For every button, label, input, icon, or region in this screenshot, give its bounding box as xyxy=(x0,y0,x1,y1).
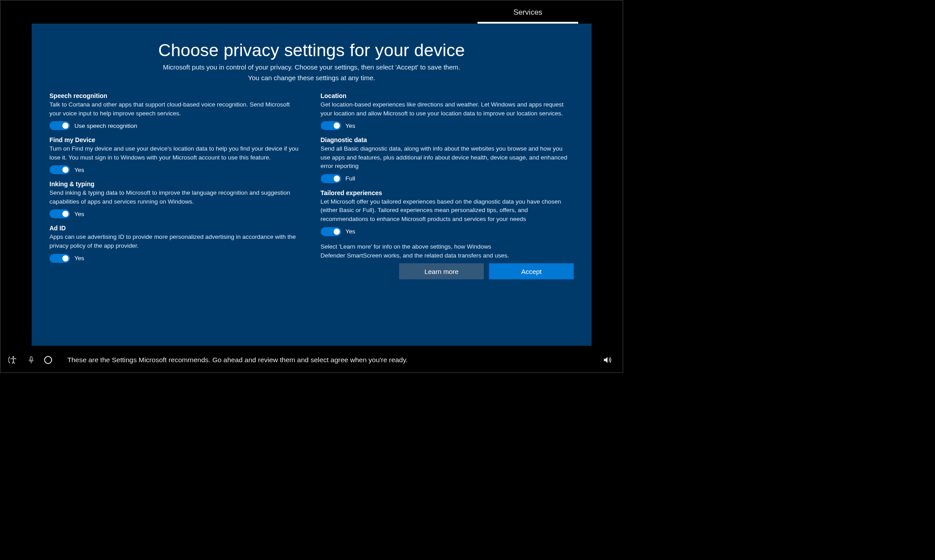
setting-inking-toggle[interactable] xyxy=(49,209,70,218)
setting-speech-desc: Talk to Cortana and other apps that supp… xyxy=(49,100,303,118)
setting-adid-toggle-label: Yes xyxy=(74,255,84,262)
setting-inking-toggle-label: Yes xyxy=(74,211,84,217)
microphone-icon[interactable] xyxy=(26,355,36,365)
setting-inking-typing: Inking & typing Send inking & typing dat… xyxy=(49,180,303,218)
setting-location-title: Location xyxy=(321,92,574,99)
page-subtitle: Microsoft puts you in control of your pr… xyxy=(49,62,574,83)
setting-tailored-experiences: Tailored experiences Let Microsoft offer… xyxy=(321,189,574,236)
setting-diagnostic-data: Diagnostic data Send all Basic diagnosti… xyxy=(321,136,574,183)
setting-find-my-device: Find my Device Turn on Find my device an… xyxy=(49,136,303,174)
accessibility-icon[interactable] xyxy=(8,355,18,365)
setting-ad-id: Ad ID Apps can use advertising ID to pro… xyxy=(49,225,303,262)
setting-adid-title: Ad ID xyxy=(49,225,303,232)
settings-col-right: Location Get location-based experiences … xyxy=(321,92,574,279)
svg-rect-1 xyxy=(30,357,33,361)
setting-speech-toggle[interactable] xyxy=(49,121,70,130)
setting-tailored-toggle[interactable] xyxy=(321,227,341,236)
setting-adid-toggle[interactable] xyxy=(49,254,70,263)
setting-diag-title: Diagnostic data xyxy=(321,136,574,143)
setting-adid-desc: Apps can use advertising ID to provide m… xyxy=(49,233,303,250)
setting-diag-desc: Send all Basic diagnostic data, along wi… xyxy=(321,144,574,171)
page-title: Choose privacy settings for your device xyxy=(49,41,574,60)
button-row: Learn more Accept xyxy=(321,263,574,279)
setting-find-toggle-label: Yes xyxy=(74,167,84,173)
setting-find-title: Find my Device xyxy=(49,136,303,143)
setting-location-toggle-label: Yes xyxy=(346,123,355,129)
cortana-icon[interactable] xyxy=(44,356,52,364)
setting-inking-desc: Send inking & typing data to Microsoft t… xyxy=(49,188,303,206)
privacy-panel: Choose privacy settings for your device … xyxy=(32,24,592,346)
accept-button[interactable]: Accept xyxy=(489,263,574,279)
setting-diag-toggle[interactable] xyxy=(321,174,341,183)
narration-text: These are the Settings Microsoft recomme… xyxy=(59,356,595,364)
setting-tailored-title: Tailored experiences xyxy=(321,189,574,196)
setting-location: Location Get location-based experiences … xyxy=(321,92,574,130)
learn-more-note: Select 'Learn more' for info on the abov… xyxy=(321,242,574,261)
setting-speech: Speech recognition Talk to Cortana and o… xyxy=(49,92,303,130)
setting-find-toggle[interactable] xyxy=(49,165,70,174)
setting-tailored-toggle-label: Yes xyxy=(346,228,355,235)
settings-columns: Speech recognition Talk to Cortana and o… xyxy=(49,92,574,279)
learn-more-button[interactable]: Learn more xyxy=(399,263,484,279)
bottom-bar: These are the Settings Microsoft recomme… xyxy=(0,347,623,372)
settings-col-left: Speech recognition Talk to Cortana and o… xyxy=(49,92,303,279)
svg-point-0 xyxy=(12,356,14,358)
setting-location-toggle[interactable] xyxy=(321,121,341,130)
bottom-left-icons xyxy=(8,355,52,365)
setting-diag-toggle-label: Full xyxy=(346,175,355,182)
learn-more-note-line-2: Defender SmartScreen works, and the rela… xyxy=(321,252,509,259)
setting-speech-toggle-label: Use speech recognition xyxy=(74,123,137,129)
learn-more-note-line-1: Select 'Learn more' for info on the abov… xyxy=(321,243,491,250)
setting-location-desc: Get location-based experiences like dire… xyxy=(321,100,574,118)
setting-find-desc: Turn on Find my device and use your devi… xyxy=(49,144,303,162)
oobe-screen: Services Choose privacy settings for you… xyxy=(0,0,623,373)
setting-inking-title: Inking & typing xyxy=(49,180,303,188)
subtitle-line-2: You can change these settings at any tim… xyxy=(248,74,375,82)
volume-icon[interactable] xyxy=(602,355,612,365)
tab-bar: Services xyxy=(0,0,623,24)
setting-tailored-desc: Let Microsoft offer you tailored experie… xyxy=(321,197,574,224)
tab-services[interactable]: Services xyxy=(478,3,578,24)
subtitle-line-1: Microsoft puts you in control of your pr… xyxy=(163,63,460,71)
setting-speech-title: Speech recognition xyxy=(49,92,303,99)
